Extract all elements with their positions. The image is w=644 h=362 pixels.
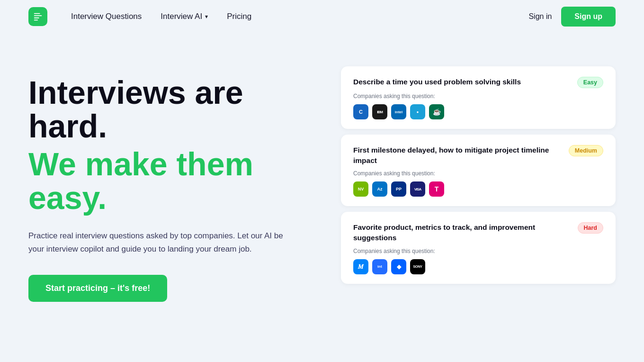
company-logo-paypal: PP [391,181,406,197]
logo-icon [33,11,43,22]
sign-in-link[interactable]: Sign in [528,12,552,21]
svg-rect-3 [34,19,38,20]
question-card-1: Describe a time you used problem solving… [341,66,616,129]
card-3-question: Favorite product, metrics to track, and … [353,222,578,243]
hero-section: Interviews are hard. We make them easy. … [28,62,313,302]
card-1-header: Describe a time you used problem solving… [353,77,603,88]
nav-pricing[interactable]: Pricing [227,12,251,21]
question-card-2: First milestone delayed, how to mitigate… [341,135,616,206]
card-2-question: First milestone delayed, how to mitigate… [353,145,569,165]
card-3-company-logos: 𝑴 int ◆ SONY [353,259,603,274]
card-3-header: Favorite product, metrics to track, and … [353,222,603,243]
hero-description: Practice real interview questions asked … [28,229,298,256]
svg-rect-2 [34,18,39,18]
company-logo-meta: 𝑴 [353,259,368,274]
company-logo-visa: VISA [410,181,425,197]
main-content: Interviews are hard. We make them easy. … [0,33,644,302]
hero-title-line2: We make them easy. [28,147,313,215]
company-logo-ibm: IBM [372,104,387,119]
navbar-right: Sign in Sign up [528,7,616,27]
card-1-question: Describe a time you used problem solving… [353,77,577,87]
badge-easy: Easy [577,77,603,88]
company-logo-nvidia: NV [353,181,368,197]
card-2-header: First milestone delayed, how to mitigate… [353,145,603,165]
card-3-companies-label: Companies asking this question: [353,248,603,254]
nav-interview-ai[interactable]: Interview AI ▾ [161,12,208,21]
chevron-down-icon: ▾ [205,13,208,20]
svg-rect-1 [34,15,42,16]
card-2-company-logos: NV Az PP VISA T [353,181,603,197]
nav-links: Interview Questions Interview AI ▾ Prici… [71,12,251,21]
nav-interview-questions[interactable]: Interview Questions [71,12,142,21]
app-logo[interactable] [28,7,47,26]
company-logo-cisco: ● [410,104,425,119]
card-2-companies-label: Companies asking this question: [353,170,603,177]
company-logo-sony: SONY [410,259,425,274]
badge-medium: Medium [569,145,603,156]
navbar-left: Interview Questions Interview AI ▾ Prici… [28,7,251,26]
question-cards: Describe a time you used problem solving… [341,62,616,284]
navbar: Interview Questions Interview AI ▾ Prici… [0,0,644,33]
badge-hard: Hard [578,222,603,234]
card-1-companies-label: Companies asking this question: [353,93,603,100]
company-logo-starbucks: ☕ [429,104,444,119]
question-card-3: Favorite product, metrics to track, and … [341,212,616,283]
cta-button[interactable]: Start practicing – it's free! [28,275,167,302]
company-logo-coursera: C [353,104,368,119]
company-logo-intuit: int [372,259,387,274]
company-logo-tmobile: T [429,181,444,197]
company-logo-azure: Az [372,181,387,197]
company-logo-intel: intel [391,104,406,119]
sign-up-button[interactable]: Sign up [561,7,616,27]
company-logo-dropbox: ◆ [391,259,406,274]
svg-rect-0 [34,13,40,14]
hero-title-line1: Interviews are hard. [28,76,313,144]
card-1-company-logos: C IBM intel ● ☕ [353,104,603,119]
